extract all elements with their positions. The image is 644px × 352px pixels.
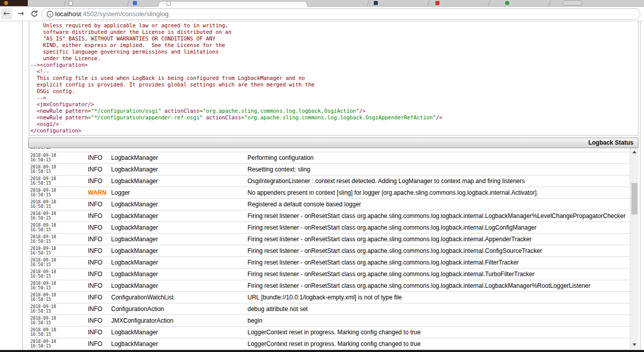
log-timestamp: 2018-09-18 16:50:15 (30, 304, 56, 314)
tab-separator (367, 1, 369, 6)
log-level: INFO (88, 259, 103, 266)
log-timestamp: 2018-09-18 16:50:15 (30, 270, 56, 279)
xml-config-line: --> (30, 95, 638, 101)
red-shield-favicon-icon (435, 1, 439, 5)
log-timestamp: 2018-09-18 16:50:15 (30, 328, 56, 337)
log-category: ConfigurationWatchList (111, 294, 174, 301)
log-level: WARN (88, 189, 107, 196)
log-message: Resetting context: sling (247, 166, 310, 173)
log-message: Firing reset listener - onResetStart cla… (247, 282, 590, 289)
page-favicon-icon (167, 1, 171, 6)
tab-separator (427, 1, 430, 6)
log-message: OsgiIntegrationListener : context reset … (247, 178, 525, 185)
xml-config-line: "AS IS" BASIS, WITHOUT WARRANTIES OR CON… (30, 35, 638, 42)
scroll-down-button[interactable] (630, 341, 638, 349)
new-tab-button[interactable] (562, 1, 582, 6)
scroll-up-button[interactable] (630, 148, 638, 156)
table-row: 2018-09-18 16:50:15INFOLogbackManagerRes… (29, 164, 630, 175)
xml-config-line: <newRule pattern="*/configuration/osgi" … (30, 108, 638, 114)
xml-config-line: This config file is used when LogBack is… (30, 75, 638, 81)
reload-button[interactable] (29, 8, 40, 19)
log-category: LogbackManager (111, 212, 158, 219)
log-timestamp: 16:50:15 (30, 148, 51, 150)
tab-separator (127, 1, 129, 6)
page-info-icon[interactable] (46, 10, 54, 18)
log-category: JMXConfiguratorAction (111, 317, 173, 324)
log-message: Performing configuration (247, 154, 314, 161)
log-category: LogbackManager (111, 340, 158, 347)
log-category: LogbackManager (111, 154, 158, 161)
log-level: INFO (88, 305, 103, 313)
table-row: 2018-09-18 16:50:15INFOJMXConfiguratorAc… (29, 315, 630, 327)
log-level: INFO (88, 201, 103, 208)
log-category: LogbackManager (111, 271, 158, 278)
orange-dot-favicon-icon (4, 1, 8, 5)
log-message: Firing reset listener - onResetStart cla… (247, 224, 536, 231)
log-timestamp: 2018-09-18 16:50:15 (30, 188, 56, 197)
log-level: INFO (88, 294, 103, 301)
table-row: 2018-09-18 16:50:15INFOLogbackManagerFir… (29, 280, 630, 292)
xml-config-line: KIND, either express or implied. See the… (30, 42, 638, 49)
url-path: :4502/system/console/slinglog (81, 10, 168, 18)
arrow-up-icon (632, 151, 636, 153)
logback-status-table: 16:50:15 2018-09-18 16:50:15INFOLogbackM… (29, 148, 630, 350)
log-timestamp: 2018-09-18 16:50:15 (30, 281, 56, 290)
xml-config-line: <osgi/> (30, 121, 638, 127)
logback-config-box: Unless required by applicable law or agr… (29, 21, 638, 136)
log-category: LogbackManager (111, 236, 158, 243)
log-level: INFO (88, 224, 103, 231)
logback-status-header: Logback Status (28, 138, 638, 148)
reload-icon (30, 10, 38, 18)
url-host: localhost (55, 10, 81, 18)
forward-arrow-icon: → (17, 9, 24, 18)
address-bar[interactable]: localhost:4502/system/console/slinglog (41, 8, 640, 20)
log-level: INFO (88, 282, 103, 289)
log-category: LogbackManager (111, 201, 158, 208)
log-level: INFO (88, 329, 103, 336)
log-message: Firing reset listener - onResetStart cla… (247, 212, 625, 219)
xml-config-line: </configuration> (30, 127, 638, 134)
log-timestamp: 2018-09-18 16:50:15 (30, 223, 56, 232)
xml-config-line: explicit config is provided. It provides… (30, 81, 638, 88)
logback-status-title: Logback Status (588, 139, 633, 146)
content-left-border (22, 21, 23, 350)
log-level: INFO (88, 271, 103, 278)
xml-config-line: OSGi config. (30, 88, 638, 95)
tab-separator (64, 1, 66, 6)
log-level: INFO (88, 212, 103, 219)
bottom-edge-strip (0, 350, 644, 352)
log-timestamp: 2018-09-18 16:50:15 (30, 339, 56, 348)
log-category: LogbackManager (111, 259, 158, 266)
table-row: 2018-09-18 16:50:15INFOLogbackManagerOsg… (29, 175, 630, 187)
log-timestamp: 2018-09-18 16:50:15 (30, 200, 56, 209)
log-level: INFO (88, 340, 103, 347)
browser-tab-strip (0, 0, 644, 7)
log-category: LogbackManager (111, 178, 158, 185)
log-message: debug attribute not set (247, 305, 308, 313)
log-message: Firing reset listener - onResetStart cla… (247, 236, 532, 243)
table-row: 2018-09-18 16:50:15INFOLogbackManagerLog… (29, 327, 630, 338)
back-button[interactable]: ← (1, 8, 12, 19)
log-rows: 2018-09-18 16:50:15INFOLogbackManagerPer… (29, 152, 630, 350)
browser-active-tab[interactable] (158, 1, 308, 7)
table-row: 2018-09-18 16:50:15INFOLogbackManagerPer… (29, 152, 630, 164)
forward-button[interactable]: → (15, 8, 26, 19)
log-level: INFO (88, 317, 103, 324)
xml-config-line: software distributed under the License i… (30, 29, 638, 35)
log-category: LogbackManager (111, 166, 158, 173)
browser-toolbar: ← → localhost:4502/system/console/slingl… (0, 7, 644, 21)
log-message: Firing reset listener - onResetStart cla… (247, 271, 534, 278)
tab-separator (488, 1, 490, 6)
vertical-scrollbar[interactable] (630, 148, 638, 350)
content-right-border (640, 21, 640, 350)
log-timestamp: 2018-09-18 16:50:15 (30, 211, 56, 221)
log-timestamp: 2018-09-18 16:50:15 (30, 293, 56, 302)
scrollbar-thumb[interactable] (631, 183, 637, 214)
table-row: 2018-09-18 16:50:15INFOConfigurationWatc… (29, 292, 630, 303)
log-level: INFO (88, 247, 103, 254)
log-message: URL [bundle://10.0:1/logback-empty.xml] … (247, 294, 402, 301)
log-message: No appenders present in context [sling] … (247, 189, 538, 196)
table-row: 2018-09-18 16:50:15INFOLogbackManagerFir… (29, 234, 630, 245)
table-row-partial: 16:50:15 (29, 148, 630, 152)
log-level: INFO (88, 154, 103, 161)
